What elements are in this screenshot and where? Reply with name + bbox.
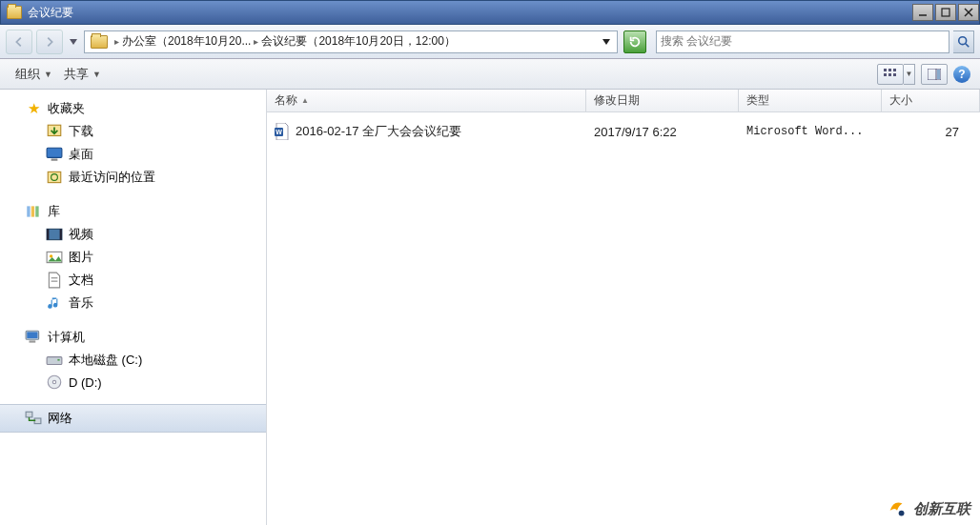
watermark: 创新互联 (887, 498, 970, 519)
document-icon (46, 273, 63, 288)
network-icon (25, 411, 42, 426)
svg-rect-9 (884, 73, 887, 76)
organize-button[interactable]: 组织▼ (10, 63, 58, 86)
svg-text:W: W (276, 129, 282, 135)
sidebar-item-libraries[interactable]: 库 (0, 200, 266, 223)
computer-icon (25, 330, 42, 345)
svg-line-5 (965, 43, 969, 47)
star-icon: ★ (25, 101, 42, 116)
svg-rect-16 (47, 148, 62, 157)
share-button[interactable]: 共享▼ (58, 63, 107, 86)
svg-rect-24 (47, 229, 49, 239)
svg-rect-34 (57, 359, 59, 361)
sidebar-item-computer[interactable]: 计算机 (0, 326, 266, 349)
address-dropdown[interactable] (598, 39, 615, 45)
folder-icon (91, 35, 108, 49)
column-header-date[interactable]: 修改日期 (586, 90, 739, 111)
disk-icon (46, 353, 63, 368)
svg-rect-10 (888, 73, 891, 76)
maximize-button[interactable] (935, 4, 956, 21)
cd-icon (46, 374, 63, 390)
svg-rect-25 (60, 229, 62, 239)
sidebar-item-desktop[interactable]: 桌面 (0, 143, 266, 166)
watermark-text: 创新互联 (913, 500, 970, 518)
sidebar-item-music[interactable]: 音乐 (0, 292, 266, 314)
sidebar-item-network[interactable]: 网络 (0, 404, 266, 433)
back-button[interactable] (6, 30, 32, 54)
file-list-pane: 名称▲ 修改日期 类型 大小 W 2016-02-17 全厂大会会议纪要 201… (267, 90, 980, 525)
sidebar-item-pictures[interactable]: 图片 (0, 246, 266, 269)
svg-rect-1 (942, 9, 949, 16)
svg-rect-20 (27, 206, 30, 216)
search-placeholder: 搜索 会议纪要 (661, 33, 732, 50)
view-mode-button[interactable] (877, 64, 904, 85)
help-button[interactable]: ? (953, 66, 970, 83)
preview-pane-button[interactable] (921, 64, 948, 85)
svg-point-27 (50, 254, 52, 257)
sidebar-item-documents[interactable]: 文档 (0, 269, 266, 292)
svg-rect-22 (35, 206, 38, 216)
sidebar-item-downloads[interactable]: 下载 (0, 120, 266, 143)
svg-rect-14 (937, 70, 940, 79)
chevron-right-icon: ▸ (254, 36, 258, 47)
toolbar: 组织▼ 共享▼ ▼ ? (0, 59, 980, 90)
watermark-logo-icon (887, 498, 908, 519)
svg-point-36 (52, 380, 55, 383)
forward-button[interactable] (36, 30, 63, 54)
column-header-name[interactable]: 名称▲ (267, 90, 586, 111)
file-date-cell: 2017/9/17 6:22 (586, 125, 739, 139)
svg-point-41 (899, 511, 905, 516)
file-size-cell: 27 (882, 125, 980, 139)
download-icon (46, 124, 63, 139)
refresh-button[interactable] (623, 30, 646, 53)
video-icon (46, 227, 63, 242)
chevron-down-icon: ▼ (44, 70, 52, 79)
window-controls (910, 4, 979, 21)
chevron-down-icon: ▼ (92, 70, 101, 79)
svg-rect-21 (31, 206, 34, 216)
minimize-button[interactable] (912, 4, 933, 21)
nav-history-dropdown[interactable] (67, 30, 80, 54)
svg-rect-7 (888, 69, 891, 71)
folder-icon (7, 6, 22, 19)
column-headers: 名称▲ 修改日期 类型 大小 (267, 90, 980, 112)
svg-point-4 (958, 36, 966, 44)
word-document-icon: W (275, 123, 290, 140)
desktop-icon (46, 147, 63, 162)
svg-rect-11 (893, 73, 896, 76)
search-button[interactable] (953, 30, 974, 53)
sidebar-item-disk-d[interactable]: D (D:) (0, 372, 266, 393)
svg-rect-31 (27, 332, 37, 338)
svg-rect-17 (51, 159, 58, 161)
close-button[interactable] (958, 4, 979, 21)
address-bar-row: ▸ 办公室（2018年10月20... ▸ 会议纪要（2018年10月20日，1… (0, 25, 980, 59)
svg-rect-37 (26, 412, 32, 417)
column-header-type[interactable]: 类型 (739, 90, 882, 111)
search-input[interactable]: 搜索 会议纪要 (656, 30, 949, 53)
window-title: 会议纪要 (28, 5, 73, 21)
picture-icon (46, 250, 63, 265)
column-header-size[interactable]: 大小 (882, 90, 980, 111)
music-icon (46, 295, 63, 311)
view-mode-dropdown[interactable]: ▼ (904, 64, 915, 85)
breadcrumb-segment[interactable]: 会议纪要（2018年10月20日，12:00） (261, 33, 455, 50)
svg-rect-8 (893, 69, 896, 71)
address-bar[interactable]: ▸ 办公室（2018年10月20... ▸ 会议纪要（2018年10月20日，1… (84, 30, 618, 53)
sidebar-item-videos[interactable]: 视频 (0, 223, 266, 246)
sidebar-item-favorites[interactable]: ★收藏夹 (0, 97, 266, 120)
navigation-pane: ★收藏夹 下载 桌面 最近访问的位置 库 视频 图片 文档 音乐 计算机 本地磁… (0, 90, 267, 525)
svg-rect-23 (47, 229, 62, 239)
file-row[interactable]: W 2016-02-17 全厂大会会议纪要 2017/9/17 6:22 Mic… (267, 112, 980, 141)
file-name-cell: W 2016-02-17 全厂大会会议纪要 (267, 123, 586, 140)
sidebar-item-recent[interactable]: 最近访问的位置 (0, 166, 266, 189)
svg-rect-32 (30, 340, 36, 342)
sort-asc-icon: ▲ (301, 96, 309, 105)
svg-rect-6 (884, 69, 887, 71)
recent-places-icon (46, 170, 63, 185)
library-icon (25, 204, 42, 219)
breadcrumb-segment[interactable]: 办公室（2018年10月20... (122, 33, 251, 50)
sidebar-item-local-disk-c[interactable]: 本地磁盘 (C:) (0, 349, 266, 372)
chevron-right-icon: ▸ (114, 36, 119, 47)
title-bar: 会议纪要 (0, 0, 980, 25)
file-type-cell: Microsoft Word... (739, 125, 882, 138)
